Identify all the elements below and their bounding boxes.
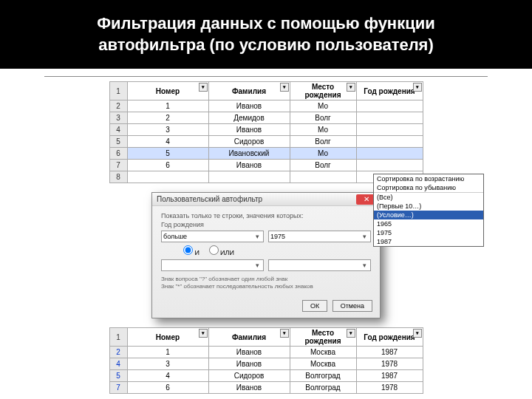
sort-asc[interactable]: Сортировка по возрастанию [374, 174, 483, 183]
cell[interactable]: Сидоров [208, 136, 290, 148]
value-input-2[interactable]: ▾ [268, 259, 371, 271]
operator-select-2[interactable]: ▾ [161, 259, 264, 271]
chevron-down-icon: ▾ [360, 262, 369, 269]
filter-all[interactable]: (Все) [374, 192, 483, 202]
cell[interactable] [356, 100, 423, 112]
filter-dropdown-icon[interactable]: ▾ [347, 83, 355, 92]
cell[interactable]: Волгоград [290, 382, 356, 394]
row-number: 2 [109, 100, 127, 112]
filter-dropdown-icon[interactable]: ▾ [280, 83, 289, 92]
cell[interactable]: 1987 [356, 370, 423, 382]
radio-and[interactable]: И [183, 249, 200, 256]
cell[interactable] [356, 160, 423, 171]
hint-text: Знак вопроса "?" обозначает один любой з… [161, 276, 371, 290]
cell[interactable]: 1987 [356, 347, 423, 358]
col-header-num[interactable]: Номер▾ [127, 82, 208, 100]
filter-dropdown-icon[interactable]: ▾ [280, 329, 289, 338]
source-table: 1 Номер▾ Фамилия▾ Место рождения▾ Год ро… [109, 81, 423, 183]
cell[interactable]: Волг [290, 136, 356, 148]
filter-value[interactable]: 1987 [374, 237, 483, 246]
filter-dropdown-icon[interactable]: ▾ [347, 329, 355, 338]
row-number: 3 [109, 112, 127, 124]
cell[interactable]: 5 [127, 148, 208, 160]
cell[interactable] [356, 124, 423, 136]
cell[interactable]: Демидов [208, 112, 290, 124]
operator-select[interactable]: больше▾ [161, 231, 264, 242]
filter-value[interactable]: 1965 [374, 219, 483, 228]
filter-dropdown-icon[interactable]: ▾ [413, 329, 422, 338]
col-header-surname[interactable]: Фамилия▾ [208, 82, 290, 100]
filter-dropdown-icon[interactable]: ▾ [199, 329, 208, 338]
sort-desc[interactable]: Сортировка по убыванию [374, 183, 483, 192]
col-header-birthplace[interactable]: Место рождения▾ [290, 328, 356, 347]
col-header-birthyear[interactable]: Год рождения▾ [356, 328, 423, 347]
cell[interactable]: Мо [290, 100, 356, 112]
cell[interactable]: Иванов [208, 382, 290, 394]
cell[interactable]: 6 [127, 382, 208, 394]
autofilter-dropdown-menu: Сортировка по возрастанию Сортировка по … [373, 174, 484, 247]
dialog-instruction: Показать только те строки, значения кото… [161, 212, 371, 219]
dialog-titlebar[interactable]: Пользовательский автофильтр ✕ [152, 193, 380, 206]
dialog-title: Пользовательский автофильтр [157, 195, 262, 203]
row-number: 1 [109, 82, 127, 100]
cell[interactable]: Москва [290, 347, 356, 358]
row-number: 7 [109, 160, 127, 171]
col-header-surname[interactable]: Фамилия▾ [208, 328, 290, 347]
filter-dropdown-icon[interactable]: ▾ [413, 83, 422, 92]
cell[interactable]: Иванов [208, 160, 290, 171]
cell[interactable] [356, 112, 423, 124]
result-table: 1 Номер▾ Фамилия▾ Место рождения▾ Год ро… [109, 327, 423, 394]
cell[interactable]: Волгоград [290, 370, 356, 382]
cell[interactable]: Сидоров [208, 370, 290, 382]
cell[interactable]: Ивановский [208, 148, 290, 160]
cell[interactable]: Волг [290, 112, 356, 124]
cell[interactable] [127, 171, 208, 183]
filter-value[interactable]: 1975 [374, 228, 483, 237]
cell[interactable]: 2 [127, 112, 208, 124]
cell[interactable]: Волг [290, 160, 356, 171]
cell[interactable]: 4 [127, 136, 208, 148]
divider [44, 76, 488, 77]
row-number: 8 [109, 171, 127, 183]
cell[interactable]: Мо [290, 148, 356, 160]
filter-top10[interactable]: (Первые 10…) [374, 202, 483, 211]
dialog-field: Год рождения [161, 221, 371, 228]
cell[interactable]: Иванов [208, 124, 290, 136]
radio-or[interactable]: ИЛИ [209, 249, 234, 256]
cell[interactable]: 3 [127, 124, 208, 136]
cell[interactable]: Иванов [208, 347, 290, 358]
col-header-num[interactable]: Номер▾ [127, 328, 208, 347]
filter-dropdown-icon[interactable]: ▾ [199, 83, 208, 92]
custom-autofilter-dialog: Пользовательский автофильтр ✕ Показать т… [151, 192, 381, 318]
cell[interactable]: Иванов [208, 100, 290, 112]
cell[interactable]: 1 [127, 100, 208, 112]
slide-title: Фильтрация данных с помощью функции авто… [0, 0, 532, 69]
row-number: 7 [109, 382, 127, 394]
chevron-down-icon: ▾ [253, 233, 262, 240]
cell[interactable]: 1978 [356, 358, 423, 370]
cell[interactable]: Мо [290, 124, 356, 136]
cell[interactable] [290, 171, 356, 183]
row-number: 5 [109, 370, 127, 382]
col-header-birthplace[interactable]: Место рождения▾ [290, 82, 356, 100]
title-line2: автофильтра (по условию пользователя) [98, 35, 434, 54]
cell[interactable]: 1 [127, 347, 208, 358]
cell[interactable]: 1978 [356, 382, 423, 394]
chevron-down-icon: ▾ [253, 262, 262, 269]
cell[interactable] [356, 148, 423, 160]
row-number: 6 [109, 148, 127, 160]
cell[interactable]: 3 [127, 358, 208, 370]
title-line1: Фильтрация данных с помощью функции [97, 14, 435, 33]
cell[interactable] [208, 171, 290, 183]
cancel-button[interactable]: Отмена [332, 300, 372, 312]
value-input[interactable]: 1975▾ [268, 231, 371, 242]
cell[interactable]: 4 [127, 370, 208, 382]
row-number: 4 [109, 358, 127, 370]
cell[interactable]: Иванов [208, 358, 290, 370]
col-header-birthyear[interactable]: Год рождения▾ [356, 82, 423, 100]
cell[interactable]: 6 [127, 160, 208, 171]
ok-button[interactable]: ОК [302, 300, 327, 312]
cell[interactable]: Москва [290, 358, 356, 370]
filter-condition[interactable]: (Условие…) [374, 211, 483, 219]
cell[interactable] [356, 136, 423, 148]
